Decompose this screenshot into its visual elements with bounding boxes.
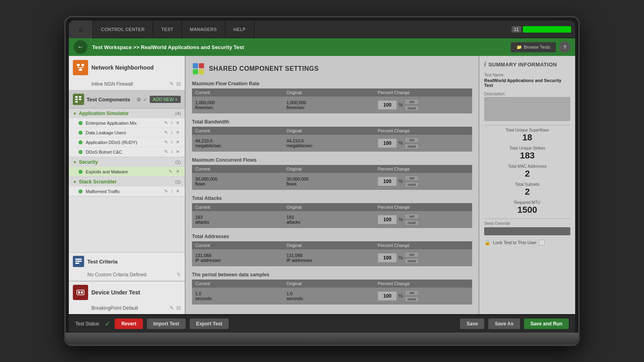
list-item[interactable]: Data Leakage Users ✎ i ✕ <box>69 128 185 138</box>
breadcrumb: Test Workspace >> RealWorld Applications… <box>92 44 244 50</box>
nav-control-center[interactable]: CONTROL CENTER <box>93 21 153 38</box>
main-content: Network Neighborhood Inline NGN Firewall… <box>69 56 575 314</box>
lock-checkbox[interactable] <box>539 240 545 245</box>
panel-header: SHARED COMPONENT SETTINGS <box>192 62 472 75</box>
left-panel: Network Neighborhood Inline NGN Firewall… <box>69 56 186 314</box>
percent-sign: % <box>398 102 403 108</box>
browse-tests-button[interactable]: 📁 Browse Tests <box>511 42 556 52</box>
percent-input[interactable] <box>378 215 397 224</box>
comp-name: Data Leakage Users <box>86 130 163 135</box>
group-header-application-simulator[interactable]: ▼ Application Simulator (4) <box>69 109 185 118</box>
edit-icon[interactable]: ✎ <box>163 149 169 155</box>
edit-icon[interactable]: ✎ <box>163 139 169 145</box>
reset-button[interactable]: reset <box>405 296 419 302</box>
percent-input[interactable] <box>378 138 397 148</box>
svg-rect-8 <box>75 99 78 100</box>
save-button[interactable]: Save <box>460 319 484 329</box>
dut-header: Device Under Test <box>69 282 185 303</box>
comp-name: Malformed Traffic <box>86 189 163 194</box>
save-and-run-button[interactable]: Save and Run <box>524 319 569 329</box>
export-test-button[interactable]: Export Test <box>190 319 229 329</box>
collapse-icon[interactable]: ⊟ <box>176 305 181 311</box>
group-header-security[interactable]: ▼ Security (1) <box>69 157 185 167</box>
edit-icon[interactable]: ✎ <box>169 81 174 87</box>
close-icon[interactable]: ✕ <box>175 130 181 136</box>
reset-button[interactable]: reset <box>405 144 419 149</box>
edit-icon[interactable]: ✎ <box>163 130 169 136</box>
nav-help[interactable]: HELP <box>225 21 254 38</box>
list-item[interactable]: Malformed Traffic ✎ i ✕ <box>69 187 185 196</box>
close-icon[interactable]: ✕ <box>175 139 181 145</box>
edit-icon[interactable]: ✎ <box>163 120 169 126</box>
reset-button[interactable]: reset <box>405 182 419 187</box>
expand-icon: ▼ <box>73 180 77 184</box>
settings-columns: CurrentOriginalPercent Change <box>192 280 472 288</box>
reset-button[interactable]: reset <box>405 220 419 226</box>
percent-input[interactable] <box>378 291 397 301</box>
set-button[interactable]: set <box>405 214 419 219</box>
column-header: Current <box>195 128 287 133</box>
breadcrumb-prefix: Test Workspace >> <box>92 44 139 50</box>
percent-input[interactable] <box>378 253 397 263</box>
stat-label: Total MAC Addresses <box>484 164 570 169</box>
list-item[interactable]: Enterprise Application Mix ✎ i ✕ <box>69 118 185 128</box>
close-icon[interactable]: ✕ <box>175 188 181 194</box>
network-header: Network Neighborhood <box>69 56 185 79</box>
settings-icon[interactable]: ⚙ <box>136 97 141 103</box>
set-button[interactable]: set <box>405 137 419 143</box>
group-count-stack-scrambler: (1) <box>175 179 181 184</box>
seed-input[interactable] <box>484 227 570 235</box>
list-item[interactable]: Application DDoS (RUDY) ✎ i ✕ <box>69 138 185 147</box>
home-button[interactable]: ⌂ <box>69 21 93 38</box>
status-dot <box>78 131 83 135</box>
set-reset-group: setreset <box>405 137 419 149</box>
close-icon[interactable]: ✕ <box>175 120 181 126</box>
percent-input[interactable] <box>378 177 397 186</box>
edit-icon[interactable]: ✎ <box>167 169 173 175</box>
summary-stat: Total MAC Addresses2 <box>484 164 570 179</box>
add-new-button[interactable]: ADD NEW + <box>150 96 181 103</box>
test-criteria-section: Test Criteria No Custom Criteria Defined… <box>69 252 185 281</box>
set-button[interactable]: set <box>405 175 419 181</box>
revert-button[interactable]: Revert <box>115 319 142 329</box>
dut-section: Device Under Test BreakingPoint Default … <box>69 281 185 314</box>
column-header: Original <box>287 243 378 248</box>
network-actions: ✎ ⊟ <box>169 81 181 87</box>
status-dot <box>78 170 83 174</box>
nav-test[interactable]: TEST <box>153 21 182 38</box>
info-icon[interactable]: i <box>170 188 173 194</box>
stat-value: 2 <box>484 187 570 197</box>
info-icon[interactable]: i <box>170 139 173 145</box>
reset-button[interactable]: reset <box>405 105 419 111</box>
check-icon[interactable]: ✓ <box>143 97 147 103</box>
group-name-security: Security <box>79 159 175 165</box>
reset-button[interactable]: reset <box>405 258 419 264</box>
group-header-stack-scrambler[interactable]: ▼ Stack Scrambler (1) <box>69 177 185 187</box>
info-icon[interactable]: i <box>170 149 173 155</box>
collapse-icon[interactable]: ⊟ <box>176 81 181 87</box>
edit-icon[interactable]: ✎ <box>169 305 174 311</box>
home-icon: ⌂ <box>79 26 83 33</box>
current-value: 1,000,000flows/sec <box>195 100 287 110</box>
set-button[interactable]: set <box>405 252 419 257</box>
description-box[interactable] <box>484 97 570 121</box>
set-button[interactable]: set <box>405 290 419 296</box>
close-icon[interactable]: ✕ <box>175 149 181 155</box>
percent-change-cell: %setreset <box>378 252 469 264</box>
close-icon[interactable]: ✕ <box>175 169 181 175</box>
import-test-button[interactable]: Import Test <box>147 319 186 329</box>
back-button[interactable]: ← <box>74 40 87 54</box>
info-icon[interactable]: i <box>170 130 173 136</box>
info-icon[interactable]: i <box>170 120 173 126</box>
list-item[interactable]: DDoS Botnet C&C ✎ i ✕ <box>69 147 185 157</box>
edit-icon[interactable]: ✎ <box>163 188 169 194</box>
save-as-button[interactable]: Save As <box>488 319 520 329</box>
nav-managers[interactable]: MANAGERS <box>182 21 225 38</box>
list-item[interactable]: Exploits and Malware ✎ ✕ <box>69 167 185 177</box>
svg-rect-1 <box>81 64 84 66</box>
criteria-edit-icon[interactable]: ✎ <box>177 272 181 278</box>
set-button[interactable]: set <box>405 99 419 105</box>
percent-input[interactable] <box>378 100 397 110</box>
help-button[interactable]: ? <box>559 41 570 53</box>
comp-actions: ✎ i ✕ <box>163 188 181 194</box>
